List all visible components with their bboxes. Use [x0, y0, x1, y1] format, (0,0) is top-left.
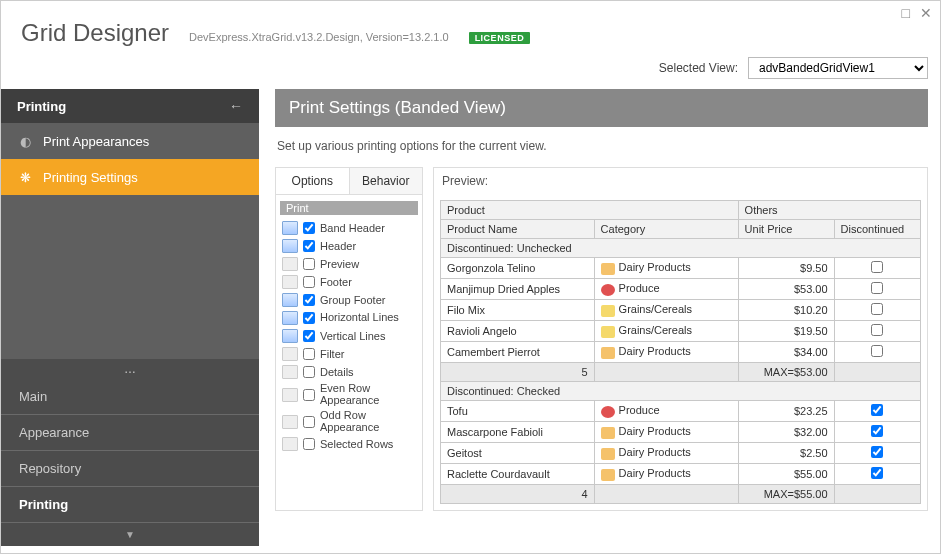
nav-item[interactable]: Repository — [1, 451, 259, 487]
cell-discontinued — [834, 422, 920, 443]
option-checkbox[interactable] — [303, 366, 315, 378]
cell-discontinued — [834, 279, 920, 300]
selected-view-dropdown[interactable]: advBandedGridView1 — [748, 57, 928, 79]
sidebar-item[interactable]: ◐Print Appearances — [1, 123, 259, 159]
back-arrow-icon[interactable]: ← — [229, 98, 243, 114]
close-icon[interactable]: ✕ — [920, 5, 932, 21]
option-row: Header — [280, 237, 418, 255]
discontinued-checkbox[interactable] — [871, 261, 883, 273]
chevron-down-icon[interactable]: ▼ — [1, 523, 259, 546]
band-header: Product — [441, 201, 739, 220]
option-checkbox[interactable] — [303, 294, 315, 306]
cell-discontinued — [834, 300, 920, 321]
table-row: Camembert PierrotDairy Products$34.00 — [441, 342, 921, 363]
cell-category: Produce — [594, 401, 738, 422]
dairy-icon — [601, 263, 615, 275]
nav-item[interactable]: Appearance — [1, 415, 259, 451]
option-checkbox[interactable] — [303, 348, 315, 360]
option-mini-icon — [282, 329, 298, 343]
discontinued-checkbox[interactable] — [871, 282, 883, 294]
option-label: Selected Rows — [320, 438, 416, 450]
option-checkbox[interactable] — [303, 389, 315, 401]
palette-icon: ◐ — [17, 133, 33, 149]
content-subtitle: Set up various printing options for the … — [275, 139, 928, 153]
cell-price: $32.00 — [738, 422, 834, 443]
option-label: Filter — [320, 348, 416, 360]
option-row: Preview — [280, 255, 418, 273]
cell-discontinued — [834, 464, 920, 485]
cell-price: $23.25 — [738, 401, 834, 422]
sidebar-nav: MainAppearanceRepositoryPrinting▼ — [1, 379, 259, 546]
option-checkbox[interactable] — [303, 438, 315, 450]
sidebar-more[interactable]: … — [1, 359, 259, 379]
sidebar-section-header: Printing ← — [1, 89, 259, 123]
discontinued-checkbox[interactable] — [871, 467, 883, 479]
column-header: Category — [594, 220, 738, 239]
sidebar-item-label: Printing Settings — [43, 170, 138, 185]
option-row: Selected Rows — [280, 435, 418, 453]
option-checkbox[interactable] — [303, 416, 315, 428]
table-row: Gorgonzola TelinoDairy Products$9.50 — [441, 258, 921, 279]
summary-count: 5 — [441, 363, 595, 382]
option-mini-icon — [282, 311, 298, 325]
nav-item[interactable]: Printing — [1, 487, 259, 523]
discontinued-checkbox[interactable] — [871, 345, 883, 357]
option-checkbox[interactable] — [303, 312, 315, 324]
cell-price: $10.20 — [738, 300, 834, 321]
dairy-icon — [601, 427, 615, 439]
discontinued-checkbox[interactable] — [871, 324, 883, 336]
preview-label: Preview: — [434, 168, 927, 194]
sidebar-item[interactable]: ❋Printing Settings — [1, 159, 259, 195]
summary-count: 4 — [441, 485, 595, 504]
discontinued-checkbox[interactable] — [871, 404, 883, 416]
option-row: Odd Row Appearance — [280, 408, 418, 435]
options-group-header: Print — [280, 201, 418, 215]
content-title: Print Settings (Banded View) — [275, 89, 928, 127]
option-label: Horizontal Lines — [320, 312, 416, 324]
app-version: DevExpress.XtraGrid.v13.2.Design, Versio… — [189, 31, 449, 43]
option-mini-icon — [282, 415, 298, 429]
column-header: Discontinued — [834, 220, 920, 239]
cell-price: $2.50 — [738, 443, 834, 464]
cell-product-name: Mascarpone Fabioli — [441, 422, 595, 443]
option-row: Horizontal Lines — [280, 309, 418, 327]
cell-product-name: Manjimup Dried Apples — [441, 279, 595, 300]
sidebar-item-label: Print Appearances — [43, 134, 149, 149]
option-row: Vertical Lines — [280, 327, 418, 345]
option-checkbox[interactable] — [303, 330, 315, 342]
options-panel: OptionsBehavior Print Band HeaderHeaderP… — [275, 167, 423, 511]
summary-max: MAX=$53.00 — [738, 363, 834, 382]
cell-price: $9.50 — [738, 258, 834, 279]
license-badge: LICENSED — [469, 32, 531, 44]
cell-price: $55.00 — [738, 464, 834, 485]
cell-price: $53.00 — [738, 279, 834, 300]
option-checkbox[interactable] — [303, 276, 315, 288]
option-row: Even Row Appearance — [280, 381, 418, 408]
option-label: Group Footer — [320, 294, 416, 306]
cell-discontinued — [834, 258, 920, 279]
option-label: Header — [320, 240, 416, 252]
cell-discontinued — [834, 443, 920, 464]
discontinued-checkbox[interactable] — [871, 425, 883, 437]
table-row: Manjimup Dried ApplesProduce$53.00 — [441, 279, 921, 300]
discontinued-checkbox[interactable] — [871, 303, 883, 315]
cell-category: Dairy Products — [594, 422, 738, 443]
nav-item[interactable]: Main — [1, 379, 259, 415]
cell-category: Produce — [594, 279, 738, 300]
discontinued-checkbox[interactable] — [871, 446, 883, 458]
option-mini-icon — [282, 365, 298, 379]
tab-options[interactable]: Options — [276, 168, 350, 194]
cell-discontinued — [834, 342, 920, 363]
cell-category: Grains/Cereals — [594, 300, 738, 321]
option-row: Band Header — [280, 219, 418, 237]
gear-icon: ❋ — [17, 169, 33, 185]
cell-product-name: Gorgonzola Telino — [441, 258, 595, 279]
option-checkbox[interactable] — [303, 240, 315, 252]
cell-category: Dairy Products — [594, 464, 738, 485]
tab-behavior[interactable]: Behavior — [350, 168, 423, 194]
option-checkbox[interactable] — [303, 258, 315, 270]
option-label: Band Header — [320, 222, 416, 234]
maximize-icon[interactable]: □ — [902, 5, 910, 21]
option-mini-icon — [282, 293, 298, 307]
option-checkbox[interactable] — [303, 222, 315, 234]
